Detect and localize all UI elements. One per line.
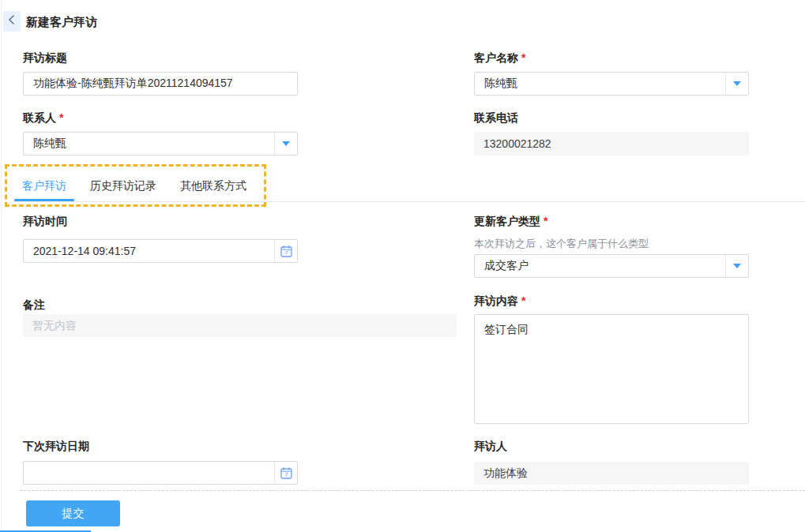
active-tab-underline <box>14 199 74 201</box>
customer-type-label: 更新客户类型* <box>474 214 547 228</box>
contact-phone-label: 联系电话 <box>474 111 518 125</box>
submit-button[interactable]: 提交 <box>26 500 120 526</box>
visit-time-input[interactable]: 7 <box>23 239 298 263</box>
calendar-icon[interactable]: 7 <box>274 462 297 484</box>
contact-value: 陈纯甄 <box>24 133 274 155</box>
remark-field: 暂无内容 <box>23 314 457 337</box>
new-customer-visit-page: 新建客户拜访 拜访标题 客户名称* 陈纯甄 联系人* 陈纯甄 联系电话 1320… <box>0 0 805 532</box>
tab-bar-divider <box>14 201 805 202</box>
svg-text:7: 7 <box>284 471 288 478</box>
visit-time-label: 拜访时间 <box>23 214 67 228</box>
chevron-down-icon[interactable] <box>725 255 748 277</box>
page-title: 新建客户拜访 <box>26 15 97 30</box>
chevron-down-icon[interactable] <box>725 73 748 95</box>
customer-type-value: 成交客户 <box>475 255 725 277</box>
remark-label: 备注 <box>23 298 45 312</box>
page-left-border <box>1 0 2 532</box>
footer-dashed-divider <box>20 490 805 491</box>
contact-phone-value: 13200021282 <box>474 132 749 155</box>
next-visit-date-text[interactable] <box>24 462 274 484</box>
customer-name-select[interactable]: 陈纯甄 <box>474 72 749 96</box>
visitor-label: 拜访人 <box>474 439 507 453</box>
tab-customer-visit[interactable]: 客户拜访 <box>22 179 66 193</box>
contact-select[interactable]: 陈纯甄 <box>23 132 298 155</box>
chevron-left-icon <box>7 14 17 28</box>
next-visit-date-label: 下次拜访日期 <box>23 439 89 453</box>
customer-name-value: 陈纯甄 <box>475 73 725 95</box>
visit-title-input[interactable] <box>23 72 298 96</box>
back-button[interactable] <box>3 11 21 32</box>
required-star: * <box>544 215 547 227</box>
tab-visit-history[interactable]: 历史拜访记录 <box>90 179 156 193</box>
tab-other-contacts[interactable]: 其他联系方式 <box>180 179 246 193</box>
visitor-value: 功能体验 <box>474 462 749 485</box>
tab-bar: 客户拜访 历史拜访记录 其他联系方式 <box>22 179 246 193</box>
visit-time-text[interactable] <box>24 240 274 262</box>
required-star: * <box>521 51 525 64</box>
svg-text:7: 7 <box>284 249 288 257</box>
customer-type-select[interactable]: 成交客户 <box>474 254 749 278</box>
calendar-icon[interactable]: 7 <box>274 240 297 262</box>
visit-title-label: 拜访标题 <box>23 51 67 65</box>
customer-name-label: 客户名称* <box>474 51 525 65</box>
contact-label: 联系人* <box>23 111 63 125</box>
required-star: * <box>59 111 63 124</box>
next-visit-date-input[interactable]: 7 <box>23 461 298 485</box>
customer-type-hint: 本次拜访之后，这个客户属于什么类型 <box>474 238 649 250</box>
visit-content-label: 拜访内容* <box>474 294 525 308</box>
visit-content-textarea[interactable]: 签订合同 <box>474 314 749 424</box>
chevron-down-icon[interactable] <box>274 133 297 155</box>
required-star: * <box>521 294 525 307</box>
